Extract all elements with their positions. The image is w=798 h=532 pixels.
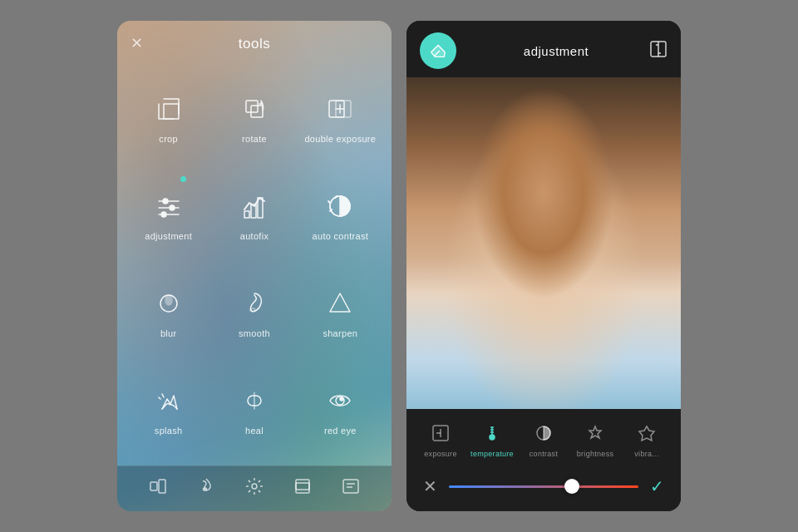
svg-rect-41	[296, 483, 309, 493]
double-exposure-icon	[322, 91, 358, 127]
exposure-icon	[431, 424, 450, 446]
crop-label: crop	[159, 134, 178, 144]
slider-track	[449, 485, 638, 488]
tool-red-eye[interactable]: red eye	[298, 360, 383, 457]
panel-title: tools	[239, 36, 270, 52]
blur-icon	[150, 285, 187, 322]
cancel-button[interactable]: ✕	[420, 473, 441, 500]
auto-contrast-icon	[322, 188, 358, 224]
svg-rect-0	[164, 104, 179, 119]
tool-splash[interactable]: splash	[126, 360, 211, 457]
panel-header: ✕ tools	[117, 21, 392, 61]
portrait-image	[406, 77, 681, 409]
temperature-label: temperature	[470, 450, 514, 458]
adj-brightness[interactable]: brightness	[573, 424, 618, 458]
adjustment-icon	[150, 188, 187, 224]
svg-point-12	[161, 212, 166, 217]
vibrance-icon	[638, 424, 656, 446]
erase-button[interactable]	[420, 32, 456, 69]
svg-line-37	[259, 490, 260, 492]
tool-smooth[interactable]: smooth	[211, 264, 297, 361]
adjustment-controls: exposure temperature contrast	[406, 409, 681, 511]
tool-sharpen[interactable]: sharpen	[298, 264, 383, 361]
splash-label: splash	[155, 426, 183, 436]
svg-rect-29	[159, 480, 165, 493]
svg-line-39	[249, 490, 250, 492]
tool-auto-contrast[interactable]: auto contrast	[298, 166, 383, 264]
smooth-label: smooth	[239, 328, 270, 338]
photo-area	[406, 77, 681, 409]
tool-crop[interactable]: crop	[126, 69, 211, 166]
compare-icon[interactable]	[649, 40, 667, 62]
svg-rect-28	[150, 482, 157, 490]
svg-marker-55	[589, 426, 601, 438]
contrast-icon	[534, 424, 553, 446]
brightness-icon	[586, 424, 604, 446]
heal-icon	[236, 382, 273, 419]
app-container: ✕ tools crop rotate	[0, 0, 798, 532]
nav-enhance[interactable]	[244, 476, 264, 501]
heal-label: heal	[245, 426, 264, 436]
vibrance-label: vibra...	[634, 450, 658, 458]
svg-line-36	[249, 480, 250, 482]
svg-point-53	[490, 435, 495, 440]
adjustment-panel: adjustment exposure	[406, 21, 681, 511]
nav-effects[interactable]	[148, 476, 168, 501]
contrast-label: contrast	[530, 450, 558, 458]
adj-exposure[interactable]: exposure	[418, 424, 464, 458]
temperature-slider[interactable]	[449, 478, 638, 495]
smooth-icon	[236, 285, 273, 322]
adj-vibrance[interactable]: vibra...	[624, 424, 670, 458]
autofix-label: autofix	[240, 231, 269, 241]
nav-brush[interactable]	[196, 476, 216, 501]
close-button[interactable]: ✕	[131, 34, 143, 52]
svg-line-23	[159, 397, 160, 399]
splash-icon	[150, 382, 187, 419]
rotate-icon	[236, 91, 273, 127]
svg-line-22	[162, 394, 164, 397]
svg-rect-40	[296, 480, 309, 490]
svg-rect-42	[343, 480, 358, 493]
brightness-label: brightness	[577, 450, 614, 458]
svg-rect-2	[251, 106, 263, 117]
tool-blur[interactable]: blur	[126, 264, 211, 361]
slider-row: ✕ ✓	[406, 465, 681, 511]
right-header: adjustment	[406, 21, 681, 77]
exposure-label: exposure	[424, 450, 456, 458]
right-panel-title: adjustment	[463, 44, 649, 58]
tool-heal[interactable]: heal	[211, 360, 297, 457]
sharpen-label: sharpen	[323, 328, 357, 338]
autofix-icon	[236, 188, 273, 224]
tool-rotate[interactable]: rotate	[211, 69, 297, 166]
double-exposure-label: double exposure	[304, 134, 376, 144]
adjustment-label: adjustment	[145, 231, 192, 241]
red-eye-icon	[322, 382, 358, 419]
nav-layers[interactable]	[293, 476, 313, 501]
svg-point-31	[252, 484, 257, 489]
svg-marker-21	[330, 293, 350, 312]
svg-line-38	[259, 480, 260, 482]
svg-rect-1	[246, 101, 258, 112]
nav-text[interactable]	[341, 476, 361, 501]
bottom-nav	[117, 466, 392, 511]
tool-autofix[interactable]: autofix	[211, 166, 297, 264]
sharpen-icon	[322, 285, 358, 322]
svg-point-27	[340, 397, 343, 401]
adjustment-icons-row: exposure temperature contrast	[406, 417, 681, 465]
adj-contrast[interactable]: contrast	[521, 424, 567, 458]
adj-temperature[interactable]: temperature	[470, 424, 515, 458]
tool-adjustment[interactable]: adjustment	[126, 166, 211, 264]
active-dot	[180, 176, 186, 182]
svg-point-11	[170, 205, 175, 210]
confirm-button[interactable]: ✓	[647, 473, 667, 500]
blur-label: blur	[160, 328, 177, 338]
tool-double-exposure[interactable]: double exposure	[298, 69, 383, 166]
temperature-icon	[483, 424, 501, 446]
auto-contrast-label: auto contrast	[313, 231, 369, 241]
svg-point-19	[165, 295, 172, 305]
crop-icon	[150, 91, 187, 127]
rotate-label: rotate	[242, 134, 267, 144]
red-eye-label: red eye	[324, 426, 357, 436]
slider-thumb[interactable]	[564, 479, 579, 494]
tools-panel: ✕ tools crop rotate	[117, 21, 392, 511]
